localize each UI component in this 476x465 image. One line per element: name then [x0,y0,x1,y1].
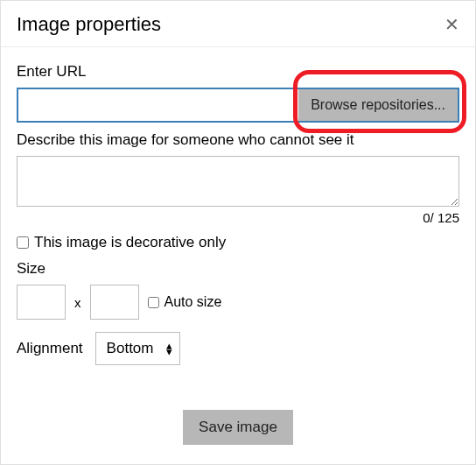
alignment-select[interactable]: Bottom ▴▾ [95,332,181,365]
url-row: Browse repositories... [17,88,459,123]
alignment-selected-value: Bottom [107,340,154,357]
auto-size-row: Auto size [148,294,222,310]
description-label: Describe this image for someone who cann… [17,131,459,149]
size-label: Size [17,260,459,278]
alignment-row: Alignment Bottom ▴▾ [17,332,459,365]
width-input[interactable] [17,285,66,320]
decorative-checkbox[interactable] [17,236,29,249]
decorative-row: This image is decorative only [17,234,459,251]
dialog-header: Image properties ✕ [1,1,475,47]
alignment-label: Alignment [17,340,83,357]
size-separator: x [74,295,81,310]
chevron-sort-icon: ▴▾ [166,343,172,355]
height-input[interactable] [90,285,139,320]
decorative-label: This image is decorative only [34,234,226,251]
browse-repositories-button[interactable]: Browse repositories... [298,89,458,121]
url-label: Enter URL [17,63,459,81]
character-counter: 0/ 125 [17,210,459,225]
image-properties-dialog: Image properties ✕ Enter URL Browse repo… [0,0,476,465]
save-image-button[interactable]: Save image [183,410,293,445]
close-icon[interactable]: ✕ [444,16,459,33]
dialog-footer: Save image [1,389,475,464]
dialog-title: Image properties [17,13,161,36]
auto-size-label: Auto size [164,294,222,310]
description-textarea[interactable] [17,156,459,207]
size-row: x Auto size [17,285,459,320]
auto-size-checkbox[interactable] [148,297,159,308]
dialog-body: Enter URL Browse repositories... Describ… [1,47,475,389]
